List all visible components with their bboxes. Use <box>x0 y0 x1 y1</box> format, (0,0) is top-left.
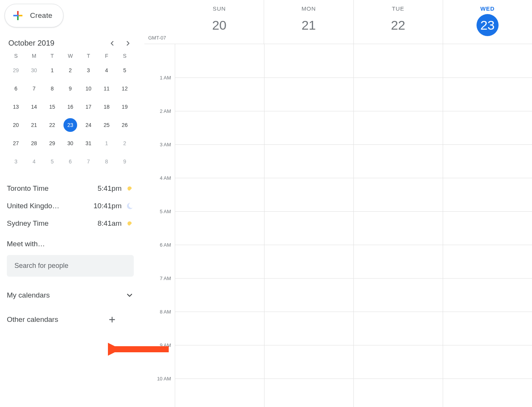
sun-icon <box>125 184 134 193</box>
world-clock-time: 10:41pm <box>93 202 122 210</box>
mini-day[interactable]: 8 <box>100 155 113 168</box>
mini-day[interactable]: 30 <box>63 136 77 150</box>
day-column[interactable] <box>443 44 532 407</box>
world-clock-row: Sydney Time8:41am <box>7 215 134 232</box>
next-month-button[interactable] <box>124 39 132 48</box>
mini-day[interactable]: 14 <box>27 100 41 114</box>
mini-day[interactable]: 31 <box>82 136 95 150</box>
mini-day[interactable]: 27 <box>9 136 23 150</box>
mini-day[interactable]: 25 <box>100 118 113 132</box>
mini-day[interactable]: 1 <box>45 63 59 77</box>
mini-day[interactable]: 13 <box>9 100 23 114</box>
mini-day[interactable]: 22 <box>45 118 59 132</box>
time-label: 9 AM <box>160 342 171 348</box>
world-clock-label: United Kingdo… <box>7 202 93 210</box>
day-header[interactable]: MON21 <box>264 0 353 44</box>
mini-calendar: October 2019 SMTWTFS29301234567891011121… <box>4 39 137 168</box>
mini-day[interactable]: 2 <box>63 63 77 77</box>
chevron-right-icon <box>124 40 132 47</box>
mini-day[interactable]: 5 <box>118 63 131 77</box>
svg-rect-3 <box>13 15 17 16</box>
mini-day[interactable]: 11 <box>100 82 113 95</box>
svg-rect-4 <box>17 15 19 16</box>
world-clock-row: Toronto Time5:41pm <box>7 180 134 197</box>
mini-calendar-title: October 2019 <box>8 39 54 48</box>
day-number: 21 <box>298 14 320 36</box>
mini-day[interactable]: 20 <box>9 118 23 132</box>
sun-icon <box>125 219 134 228</box>
mini-day[interactable]: 24 <box>82 118 95 132</box>
svg-rect-1 <box>19 15 22 16</box>
days-columns <box>175 44 532 407</box>
mini-day[interactable]: 2 <box>118 136 131 150</box>
mini-day[interactable]: 6 <box>9 82 23 95</box>
mini-dow: S <box>7 53 25 59</box>
mini-day[interactable]: 3 <box>9 155 23 168</box>
mini-day[interactable]: 19 <box>118 100 131 114</box>
mini-day[interactable]: 1 <box>100 136 113 150</box>
mini-day[interactable]: 29 <box>9 63 23 77</box>
mini-dow: S <box>116 53 134 59</box>
prev-month-button[interactable] <box>108 39 116 48</box>
mini-dow: F <box>98 53 116 59</box>
mini-day[interactable]: 23 <box>63 118 77 132</box>
mini-day[interactable]: 4 <box>100 63 113 77</box>
my-calendars-section[interactable]: My calendars <box>4 291 137 299</box>
day-number: 22 <box>387 14 409 36</box>
day-column[interactable] <box>175 44 264 407</box>
search-people-input[interactable] <box>7 255 134 277</box>
world-clock-label: Toronto Time <box>7 184 98 193</box>
mini-day[interactable]: 7 <box>27 82 41 95</box>
time-label: 7 AM <box>160 276 171 281</box>
time-label: 6 AM <box>160 242 171 248</box>
time-label: 10 AM <box>157 376 171 382</box>
time-label: 8 AM <box>160 309 171 315</box>
world-clock-time: 8:41am <box>98 219 122 228</box>
mini-day[interactable]: 17 <box>82 100 95 114</box>
mini-day[interactable]: 9 <box>63 82 77 95</box>
add-other-calendar-button[interactable] <box>108 315 116 324</box>
day-header[interactable]: WED23 <box>443 0 532 44</box>
week-view: GMT-07 SUN20MON21TUE22WED23 1 AM2 AM3 AM… <box>144 0 532 407</box>
time-grid[interactable]: 1 AM2 AM3 AM4 AM5 AM6 AM7 AM8 AM9 AM10 A… <box>144 44 532 407</box>
mini-dow: M <box>25 53 43 59</box>
other-calendars-section[interactable]: Other calendars <box>4 315 137 324</box>
mini-day[interactable]: 3 <box>82 63 95 77</box>
day-column[interactable] <box>264 44 353 407</box>
world-clocks: Toronto Time5:41pmUnited Kingdo…10:41pmS… <box>4 180 137 232</box>
day-of-week: SUN <box>175 5 264 12</box>
mini-day[interactable]: 30 <box>27 63 41 77</box>
world-clock-row: United Kingdo…10:41pm <box>7 197 134 215</box>
mini-day[interactable]: 21 <box>27 118 41 132</box>
sidebar: Create October 2019 SMTWTFS2930123456789… <box>0 0 144 407</box>
mini-day[interactable]: 9 <box>118 155 131 168</box>
mini-day[interactable]: 28 <box>27 136 41 150</box>
svg-rect-2 <box>17 16 19 20</box>
mini-day[interactable]: 6 <box>63 155 77 168</box>
mini-day[interactable]: 7 <box>82 155 95 168</box>
mini-day[interactable]: 18 <box>100 100 113 114</box>
mini-day[interactable]: 8 <box>45 82 59 95</box>
plus-icon <box>108 315 116 324</box>
time-column: 1 AM2 AM3 AM4 AM5 AM6 AM7 AM8 AM9 AM10 A… <box>144 44 175 407</box>
mini-day[interactable]: 16 <box>63 100 77 114</box>
mini-day[interactable]: 26 <box>118 118 131 132</box>
day-header[interactable]: TUE22 <box>353 0 443 44</box>
mini-day[interactable]: 12 <box>118 82 131 95</box>
time-label: 4 AM <box>160 175 171 181</box>
mini-day[interactable]: 10 <box>82 82 95 95</box>
mini-day[interactable]: 4 <box>27 155 41 168</box>
mini-day[interactable]: 29 <box>45 136 59 150</box>
chevron-down-icon <box>125 291 134 299</box>
day-header[interactable]: SUN20 <box>175 0 264 44</box>
mini-day[interactable]: 15 <box>45 100 59 114</box>
create-button[interactable]: Create <box>5 4 63 27</box>
time-label: 3 AM <box>160 142 171 147</box>
google-plus-icon <box>11 9 25 22</box>
world-clock-time: 5:41pm <box>98 184 122 193</box>
day-number: 23 <box>477 14 499 36</box>
day-column[interactable] <box>353 44 443 407</box>
mini-day[interactable]: 5 <box>45 155 59 168</box>
meet-with-title: Meet with… <box>7 240 134 248</box>
create-label: Create <box>30 11 52 20</box>
